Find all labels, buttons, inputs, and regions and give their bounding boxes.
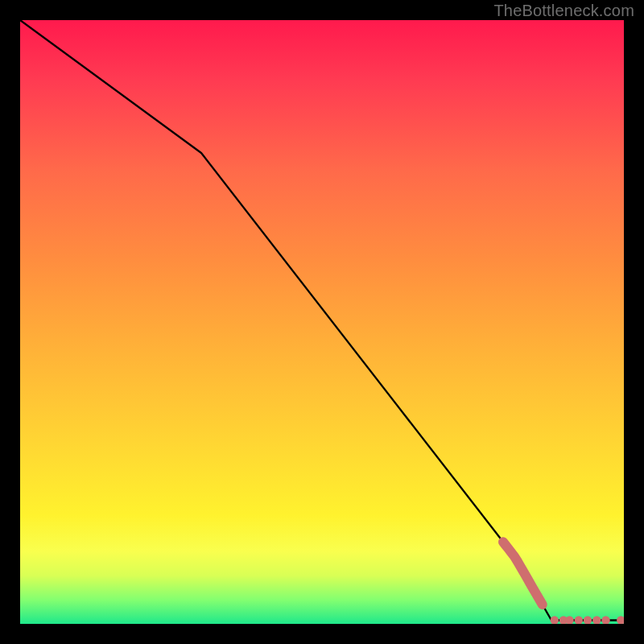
marker-dot <box>551 616 559 624</box>
chart-plot-area <box>20 20 624 624</box>
marker-dot <box>584 616 592 624</box>
chart-curve <box>20 20 624 621</box>
chart-markers <box>503 542 624 624</box>
chart-stage: TheBottleneck.com <box>0 0 644 644</box>
marker-dot <box>601 616 609 624</box>
marker-dot <box>592 616 601 624</box>
marker-dot <box>559 616 568 624</box>
chart-svg <box>20 20 624 624</box>
marker-pill-segment <box>503 542 543 605</box>
watermark-text: TheBottleneck.com <box>493 2 634 20</box>
marker-dot <box>575 616 583 624</box>
marker-dot <box>617 616 624 624</box>
marker-dot <box>565 616 573 624</box>
